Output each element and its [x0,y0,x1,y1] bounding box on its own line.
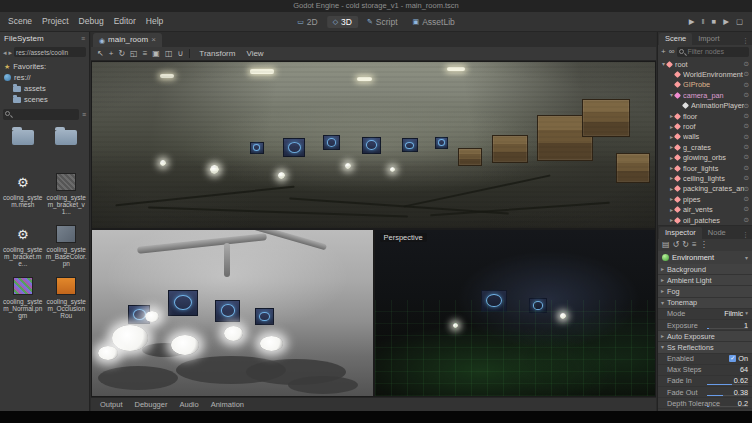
scene-node-packing-crates-and[interactable]: ▸packing_crates_and...⊙ [658,184,752,194]
visibility-eye-icon[interactable]: ⊙ [744,92,752,99]
history-back-icon[interactable]: ↺ [673,241,680,249]
perspective-label[interactable]: Perspective [380,233,427,242]
visibility-eye-icon[interactable]: ⊙ [744,186,752,193]
scene-node-glowing-orbs[interactable]: ▸glowing_orbs⊙ [658,153,752,163]
viewport-top-view[interactable] [92,62,655,228]
visibility-eye-icon[interactable]: ⊙ [744,113,752,120]
menu-debug[interactable]: Debug [74,12,109,31]
scene-node-root[interactable]: ▾root⊙ [658,59,752,69]
inspector-section-fog[interactable]: ▸Fog [658,286,752,297]
history-forward-icon[interactable]: ↻ [682,241,689,249]
viewport-bottomright-view[interactable]: Perspective [375,230,656,396]
snap-icon[interactable]: ∪ [177,50,183,58]
property-value[interactable]: Filmic▾ [724,309,752,318]
menu-project[interactable]: Project [37,12,73,31]
viewport-menu-view[interactable]: View [243,49,266,58]
extra-options-icon[interactable]: ⋮ [700,241,708,249]
play-button[interactable]: ▶ [689,18,695,26]
workspace-assetlib[interactable]: ▣AssetLib [407,16,461,28]
pause-button[interactable]: ‖ [701,18,704,26]
scene-tab-main-room[interactable]: ◉ main_room × [93,33,162,47]
rotate-tool-icon[interactable]: ↻ [118,50,125,58]
file-item-cooling-syste-m-occlusionrou[interactable]: cooling_syste m_OcclusionRou [46,275,88,319]
viewport-bottomleft-view[interactable] [92,230,373,396]
visibility-eye-icon[interactable]: ⊙ [744,61,752,68]
visibility-eye-icon[interactable]: ⊙ [744,82,752,89]
fs-tree-item-assets[interactable]: assets [0,83,89,94]
bottom-tab-animation[interactable]: Animation [206,400,249,409]
scene-node-g-crates[interactable]: ▸g_crates⊙ [658,142,752,152]
bottom-tab-debugger[interactable]: Debugger [130,400,173,409]
menu-help[interactable]: Help [141,12,168,31]
fs-tree-item-res[interactable]: res:// [0,72,89,83]
scene-node-walls[interactable]: ▸walls⊙ [658,132,752,142]
inspector-section-auto-exposure[interactable]: ▸Auto Exposure [658,331,752,342]
bottom-tab-audio[interactable]: Audio [174,400,203,409]
scale-tool-icon[interactable]: ◱ [130,50,138,58]
inspector-section-tonemap[interactable]: ▾Tonemap [658,298,752,309]
select-tool-icon[interactable]: ↖ [97,50,104,58]
visibility-eye-icon[interactable]: ⊙ [744,123,752,130]
workspace-script[interactable]: ✎Script [361,16,404,28]
scene-node-pipes[interactable]: ▸pipes⊙ [658,194,752,204]
property-value[interactable]: 64 [740,365,752,374]
file-item-cooling-syste-m-bracket-v1[interactable]: cooling_syste m_bracket_v1... [46,171,88,215]
workspace-2d[interactable]: ▭2D [291,16,324,28]
breadcrumb[interactable]: res://assets/coolin [14,47,86,57]
dock-options-icon[interactable]: ⋮ [739,37,752,45]
file-item[interactable] [46,126,88,163]
file-item-cooling-syste-m-normal-pngm[interactable]: cooling_syste m_Normal.pngm [2,275,44,319]
dock-tab-node[interactable]: Node [702,227,732,239]
visibility-eye-icon[interactable]: ⊙ [744,154,752,161]
dock-options-icon[interactable]: ⋮ [739,231,752,239]
visibility-eye-icon[interactable]: ⊙ [744,144,752,151]
visibility-eye-icon[interactable]: ⊙ [744,71,752,78]
scene-node-floor-lights[interactable]: ▸floor_lights⊙ [658,163,752,173]
visibility-eye-icon[interactable]: ⊙ [744,134,752,141]
filter-nodes-input[interactable] [687,48,749,55]
scene-node-giprobe[interactable]: GIProbe⊙ [658,80,752,90]
scene-node-animationplayer[interactable]: AnimationPlayer⊙ [658,101,752,111]
file-item[interactable] [2,126,44,163]
scene-node-floor[interactable]: ▸floor⊙ [658,111,752,121]
resource-file-icon[interactable]: ▤ [662,241,670,249]
file-item-cooling-syste-m-mesh[interactable]: ⚙cooling_syste m.mesh [2,171,44,215]
scene-node-oil-patches[interactable]: ▸oil_patches⊙ [658,215,752,225]
play-custom-scene-button[interactable]: ▢ [736,18,743,26]
stop-button[interactable]: ■ [712,18,717,26]
visibility-eye-icon[interactable]: ⊙ [744,206,752,213]
dock-options-icon[interactable]: ≡ [81,35,85,42]
chevron-down-icon[interactable]: ▾ [745,254,748,261]
close-icon[interactable]: × [151,36,156,44]
workspace-3d[interactable]: ◇3D [327,16,358,28]
add-node-icon[interactable]: + [661,48,666,56]
menu-scene[interactable]: Scene [3,12,37,31]
lock-icon[interactable]: ▣ [152,50,160,58]
fs-tree-item-scenes[interactable]: scenes [0,94,89,105]
instance-scene-icon[interactable]: ∞ [669,48,675,56]
viewport-menu-transform[interactable]: Transform [196,49,238,58]
scene-node-camera-pan[interactable]: ▾camera_pan⊙ [658,90,752,100]
file-item-cooling-syste-m-bracket-me[interactable]: ⚙cooling_syste m_bracket.me... [2,223,44,267]
filesystem-search-input[interactable] [14,111,79,118]
visibility-eye-icon[interactable]: ⊙ [744,165,752,172]
visibility-eye-icon[interactable]: ⊙ [744,103,752,110]
bottom-tab-output[interactable]: Output [95,400,128,409]
nav-forward-icon[interactable]: ▸ [9,49,13,56]
inspector-section-ss-reflections[interactable]: ▾Ss Reflections [658,342,752,353]
object-menu-icon[interactable]: ≡ [692,241,697,249]
visibility-eye-icon[interactable]: ⊙ [744,217,752,224]
group-icon[interactable]: ◫ [165,50,173,58]
visibility-eye-icon[interactable]: ⊙ [744,196,752,203]
menu-editor[interactable]: Editor [109,12,141,31]
scene-node-air-vents[interactable]: ▸air_vents⊙ [658,204,752,214]
file-list-mode-icon[interactable]: ≡ [82,111,86,118]
property-value[interactable]: ✓On [729,354,752,363]
nav-back-icon[interactable]: ◂ [3,49,7,56]
dock-tab-inspector[interactable]: Inspector [659,227,702,239]
file-item-cooling-syste-m-basecolor-pn[interactable]: cooling_syste m_BaseColor.pn [46,223,88,267]
dock-tab-scene[interactable]: Scene [659,33,692,45]
visibility-eye-icon[interactable]: ⊙ [744,175,752,182]
inspector-section-ambient-light[interactable]: ▸Ambient Light [658,275,752,286]
play-scene-button[interactable]: ▶ [723,18,729,26]
